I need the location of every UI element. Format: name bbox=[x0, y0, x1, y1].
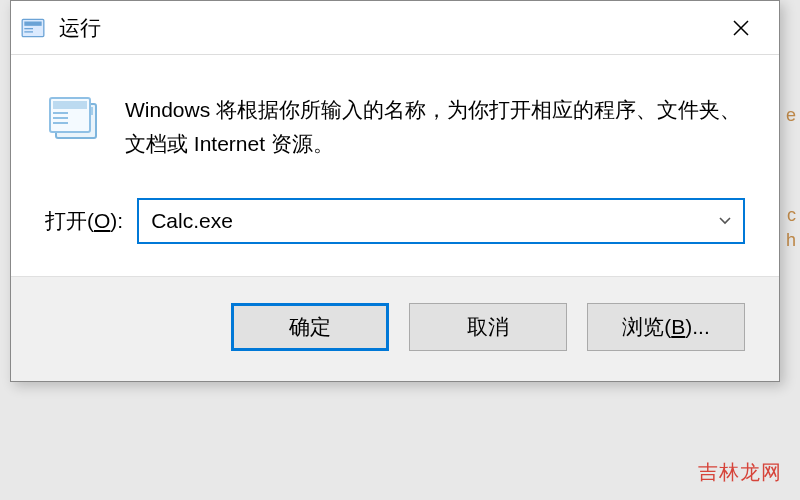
dialog-title: 运行 bbox=[59, 14, 711, 42]
cancel-button[interactable]: 取消 bbox=[409, 303, 567, 351]
browse-button-label: 浏览(B)... bbox=[622, 313, 710, 341]
close-icon bbox=[731, 18, 751, 38]
run-dialog: 运行 Wind bbox=[10, 0, 780, 382]
watermark-text: 吉林龙网 bbox=[698, 459, 782, 486]
dialog-description: Windows 将根据你所输入的名称，为你打开相应的程序、文件夹、文档或 Int… bbox=[125, 91, 745, 160]
chevron-down-icon bbox=[718, 216, 732, 226]
description-row: Windows 将根据你所输入的名称，为你打开相应的程序、文件夹、文档或 Int… bbox=[45, 91, 745, 160]
svg-rect-12 bbox=[53, 117, 68, 119]
bg-text: c bbox=[787, 205, 796, 226]
browse-hotkey: B bbox=[671, 315, 685, 338]
svg-rect-13 bbox=[53, 122, 68, 124]
svg-rect-11 bbox=[53, 112, 68, 114]
dialog-content: Windows 将根据你所输入的名称，为你打开相应的程序、文件夹、文档或 Int… bbox=[11, 55, 779, 276]
run-titlebar-icon bbox=[19, 14, 47, 42]
close-button[interactable] bbox=[711, 1, 771, 55]
open-label-suffix: ): bbox=[110, 209, 123, 232]
ok-button-label: 确定 bbox=[289, 313, 331, 341]
open-input[interactable] bbox=[139, 200, 707, 242]
open-label-hotkey: O bbox=[94, 209, 110, 232]
cancel-button-label: 取消 bbox=[467, 313, 509, 341]
svg-rect-3 bbox=[24, 31, 33, 32]
bg-text: e bbox=[786, 105, 796, 126]
button-bar: 确定 取消 浏览(B)... bbox=[11, 276, 779, 381]
open-label: 打开(O): bbox=[45, 207, 123, 235]
browse-button[interactable]: 浏览(B)... bbox=[587, 303, 745, 351]
browse-prefix: 浏览( bbox=[622, 315, 671, 338]
titlebar: 运行 bbox=[11, 1, 779, 55]
bg-text: h bbox=[786, 230, 796, 251]
svg-rect-10 bbox=[53, 101, 87, 109]
run-program-icon bbox=[45, 91, 103, 149]
svg-rect-1 bbox=[24, 21, 41, 25]
open-combobox[interactable] bbox=[137, 198, 745, 244]
svg-rect-2 bbox=[24, 28, 33, 29]
open-label-prefix: 打开( bbox=[45, 209, 94, 232]
combobox-dropdown-button[interactable] bbox=[707, 200, 743, 242]
open-input-row: 打开(O): bbox=[45, 198, 745, 244]
browse-suffix: )... bbox=[685, 315, 710, 338]
ok-button[interactable]: 确定 bbox=[231, 303, 389, 351]
